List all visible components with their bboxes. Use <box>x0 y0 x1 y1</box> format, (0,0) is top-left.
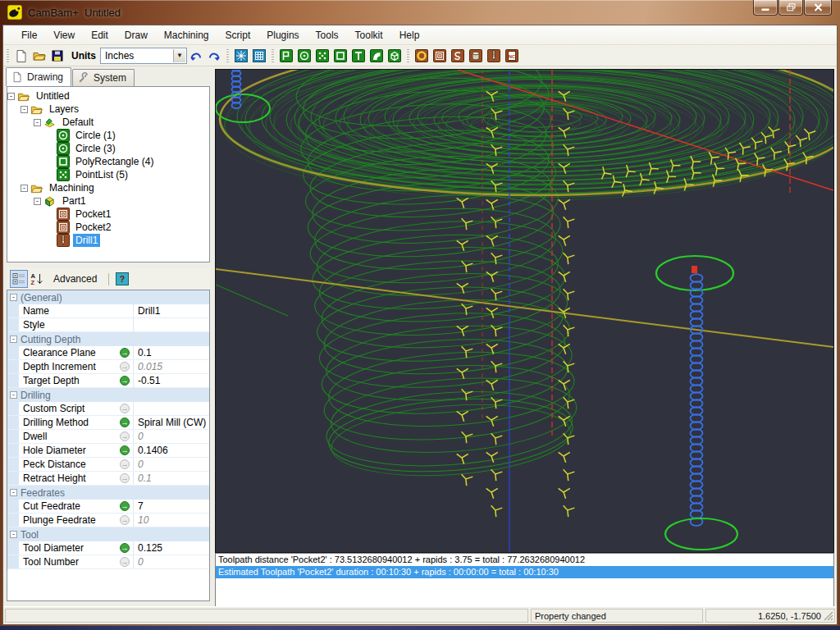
close-button[interactable] <box>804 0 832 16</box>
tree-expander[interactable]: - <box>21 185 28 192</box>
prop-row-tool-number[interactable]: Tool Number → 0 <box>7 555 209 569</box>
draw-solid-button[interactable] <box>386 47 404 65</box>
mop-profile-button[interactable] <box>413 47 431 65</box>
tree-item-pocket1[interactable]: Pocket1 <box>7 208 209 221</box>
prop-row-cut-feedrate[interactable]: Cut Feedrate → 7 <box>7 500 209 514</box>
drawing-tree[interactable]: -Untitled-Layers-DefaultCircle (1)Circle… <box>7 86 210 262</box>
tree-item-polyrectangle-4[interactable]: PolyRectangle (4) <box>7 155 209 168</box>
toolbar-grip[interactable] <box>7 49 9 62</box>
prop-value[interactable]: 0.125 <box>133 541 209 555</box>
category-expander[interactable]: - <box>10 294 17 301</box>
viewport-canvas[interactable] <box>216 70 833 552</box>
restore-button[interactable] <box>778 0 803 16</box>
tree-item-layers[interactable]: -Layers <box>7 103 209 116</box>
categorized-view-button[interactable] <box>10 270 28 288</box>
prop-row-name[interactable]: Name Drill1 <box>7 304 209 318</box>
prop-value[interactable] <box>133 318 209 331</box>
mop-drill-button[interactable] <box>467 47 485 65</box>
menu-script[interactable]: Script <box>217 27 259 43</box>
prop-value[interactable]: 0.1406 <box>133 444 209 457</box>
menu-file[interactable]: File <box>13 27 45 43</box>
prop-value[interactable]: 7 <box>133 500 209 513</box>
tree-expander[interactable]: - <box>7 93 15 100</box>
tree-item-machining[interactable]: -Machining <box>7 181 209 194</box>
snap-points-button[interactable] <box>232 47 250 65</box>
prop-value[interactable]: 10 <box>133 514 209 527</box>
category-expander[interactable]: - <box>10 336 17 343</box>
toolbar-grip[interactable] <box>226 49 229 62</box>
tree-item-pocket2[interactable]: Pocket2 <box>7 221 209 234</box>
tree-expander[interactable]: - <box>34 119 41 126</box>
prop-value[interactable]: Drill1 <box>133 304 209 317</box>
tree-item-part1[interactable]: -Part1 <box>7 194 209 208</box>
tree-item-circle-1[interactable]: Circle (1) <box>7 129 209 142</box>
new-file-button[interactable] <box>12 47 30 65</box>
tab-drawing[interactable]: Drawing <box>6 67 71 86</box>
toolpath-message[interactable]: Estimated Toolpath 'Pocket2' duration : … <box>216 566 833 578</box>
prop-row-drilling-method[interactable]: Drilling Method → Spiral Mill (CW) <box>7 416 209 430</box>
prop-category-tool[interactable]: - Tool <box>7 527 209 541</box>
prop-row-target-depth[interactable]: Target Depth → -0.51 <box>7 374 209 388</box>
toolpath-message-list[interactable]: Toolpath distance 'Pocket2' : 73.5132680… <box>215 553 834 607</box>
tree-item-circle-3[interactable]: Circle (3) <box>7 142 209 155</box>
mop-ncfile-button[interactable]: NC <box>503 47 521 65</box>
tab-system[interactable]: System <box>72 69 135 86</box>
prop-value[interactable]: -0.51 <box>133 374 209 387</box>
mop-pocket-button[interactable] <box>431 47 449 65</box>
menu-plugins[interactable]: Plugins <box>258 27 307 43</box>
draw-polyline-button[interactable] <box>277 47 295 65</box>
menu-toolkit[interactable]: Toolkit <box>347 27 391 43</box>
draw-text-button[interactable] <box>349 47 368 65</box>
prop-value[interactable]: 0 <box>133 430 209 443</box>
prop-category-drilling[interactable]: - Drilling <box>7 388 209 402</box>
draw-surface-button[interactable] <box>368 47 386 65</box>
toolpath-message[interactable]: Toolpath distance 'Pocket2' : 73.5132680… <box>216 554 833 566</box>
prop-row-style[interactable]: Style <box>7 318 209 332</box>
tree-item-untitled[interactable]: -Untitled <box>7 89 209 103</box>
category-expander[interactable]: - <box>10 531 17 538</box>
prop-value[interactable]: 0.1 <box>133 472 209 485</box>
draw-rectangle-button[interactable] <box>331 47 349 65</box>
draw-circle-button[interactable] <box>295 47 313 65</box>
prop-value[interactable] <box>133 402 209 415</box>
save-file-button[interactable] <box>48 47 66 65</box>
minimize-button[interactable] <box>753 0 778 16</box>
advanced-button[interactable]: Advanced <box>46 273 104 285</box>
prop-category-feedrates[interactable]: - Feedrates <box>7 486 209 500</box>
prop-value[interactable]: 0 <box>133 555 209 568</box>
toolbar-grip[interactable] <box>407 49 409 62</box>
alphabetical-sort-button[interactable]: AZ <box>28 270 46 288</box>
prop-row-custom-script[interactable]: Custom Script → <box>7 402 209 416</box>
menu-machining[interactable]: Machining <box>156 27 217 43</box>
category-expander[interactable]: - <box>10 391 17 399</box>
prop-value[interactable]: 0.015 <box>133 360 209 373</box>
open-file-button[interactable] <box>30 47 48 65</box>
toolbar-grip[interactable] <box>272 49 274 62</box>
resize-grip[interactable] <box>824 611 833 621</box>
prop-row-retract-height[interactable]: Retract Height → 0.1 <box>7 472 209 486</box>
prop-row-peck-distance[interactable]: Peck Distance → 0 <box>7 458 209 472</box>
chevron-down-icon[interactable]: ▼ <box>173 49 185 62</box>
property-grid[interactable]: - (General) Name Drill1 Style - Cutting … <box>7 290 210 601</box>
undo-button[interactable] <box>187 47 205 65</box>
mop-drillbit-button[interactable] <box>485 47 503 65</box>
tree-item-drill1[interactable]: Drill1 <box>7 234 209 247</box>
draw-pointlist-button[interactable] <box>313 47 331 65</box>
tree-item-default[interactable]: -Default <box>7 116 209 129</box>
menu-view[interactable]: View <box>45 27 83 43</box>
prop-row-clearance-plane[interactable]: Clearance Plane → 0.1 <box>7 346 209 360</box>
snap-grid-button[interactable] <box>250 47 268 65</box>
prop-row-tool-diameter[interactable]: Tool Diameter → 0.125 <box>7 541 209 555</box>
tree-item-pointlist-5[interactable]: PointList (5) <box>7 168 209 181</box>
tree-expander[interactable]: - <box>21 106 28 113</box>
prop-row-dwell[interactable]: Dwell → 0 <box>7 430 209 444</box>
prop-row-plunge-feedrate[interactable]: Plunge Feedrate → 10 <box>7 514 209 527</box>
titlebar[interactable]: CamBam+ Untitled <box>0 0 840 25</box>
prop-value[interactable]: 0.1 <box>133 346 209 359</box>
prop-value[interactable]: Spiral Mill (CW) <box>133 416 209 429</box>
prop-category-general[interactable]: - (General) <box>7 290 209 304</box>
menu-tools[interactable]: Tools <box>308 27 347 43</box>
redo-button[interactable] <box>205 47 223 65</box>
prop-category-cutting-depth[interactable]: - Cutting Depth <box>7 332 209 346</box>
menu-edit[interactable]: Edit <box>83 27 116 43</box>
